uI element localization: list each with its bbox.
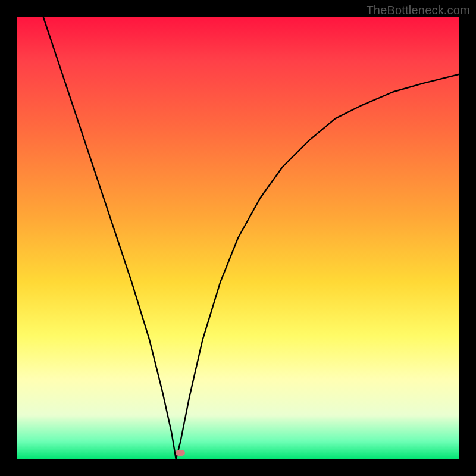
watermark-text: TheBottleneck.com xyxy=(366,4,470,17)
chart-frame: TheBottleneck.com xyxy=(0,0,476,476)
bottleneck-curve xyxy=(43,17,459,459)
minimum-marker xyxy=(176,450,185,456)
plot-area xyxy=(17,17,459,459)
curve-svg xyxy=(17,17,459,459)
